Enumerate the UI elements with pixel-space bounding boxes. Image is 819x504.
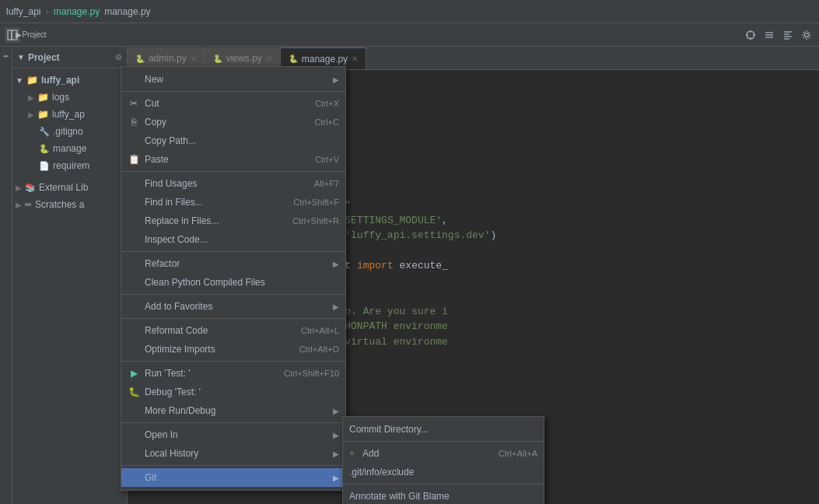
menu-shortcut: Alt+F7 (314, 179, 339, 188)
menu-item-copy[interactable]: ⎘ Copy Ctrl+C (121, 113, 345, 131)
sidebar-item-luffy-ap[interactable]: ▶ 📁 luffy_ap (12, 106, 127, 123)
folder-icon: 📁 (26, 75, 38, 86)
menu-item-replace-in-files[interactable]: Replace in Files... Ctrl+Shift+R (121, 212, 345, 230)
toolbar: ▶ Project (0, 23, 819, 47)
menu-item-cut[interactable]: ✂ Cut Ctrl+X (121, 94, 345, 113)
menu-item-git[interactable]: Git ▶ (121, 468, 345, 487)
menu-item-label: Add to Favorites (145, 301, 212, 312)
menu-item-add-to-favorites[interactable]: Add to Favorites ▶ (121, 297, 345, 316)
expand-icon (782, 30, 793, 40)
tab-close-button[interactable]: ✕ (266, 54, 272, 63)
submenu-arrow-icon: ▶ (333, 260, 339, 268)
menu-item-local-history[interactable]: Local History ▶ (121, 444, 345, 463)
sidebar-title: Project (28, 52, 60, 63)
version-control-strip[interactable]: ⬆ (2, 50, 10, 62)
sidebar-item-label: luffy_ap (52, 109, 85, 120)
menu-item-new[interactable]: New ▶ (121, 70, 345, 89)
menu-item-label: Reformat Code (145, 325, 208, 336)
tab-label: admin.py (149, 53, 187, 64)
menu-separator (121, 171, 345, 172)
file-icon: 📄 (39, 161, 50, 171)
menu-item-debug[interactable]: 🐛 Debug 'Test: ' (121, 383, 345, 401)
title-separator: › (45, 5, 48, 17)
sidebar-item-label: requirem (53, 160, 89, 171)
menu-shortcut: Ctrl+X (315, 99, 339, 108)
menu-shortcut: Ctrl+Alt+O (299, 345, 339, 354)
menu-item-label: Paste (145, 154, 169, 165)
menu-item-label: Open In (145, 429, 178, 440)
menu-separator (121, 361, 345, 362)
sidebar-item-label: logs (52, 92, 69, 103)
menu-separator (121, 465, 345, 466)
arrow-icon: ▶ (16, 184, 22, 192)
tab-close-button[interactable]: ✕ (191, 54, 197, 63)
python-tab-icon: 🐍 (213, 54, 222, 63)
folder-icon: 📁 (37, 92, 49, 103)
git-menu-git-info-exclude[interactable]: .git/info/exclude (343, 463, 544, 481)
sidebar-item-requirements[interactable]: 📄 requirem (12, 157, 127, 174)
context-menu: New ▶ ✂ Cut Ctrl+X ⎘ Copy Ctrl+C Copy Pa… (121, 66, 346, 491)
sidebar-item-label: External Lib (39, 182, 88, 193)
menu-item-label: More Run/Debug (145, 405, 215, 416)
menu-separator (121, 91, 345, 92)
menu-item-paste[interactable]: 📋 Paste Ctrl+V (121, 150, 345, 169)
menu-item-find-in-files[interactable]: Find in Files... Ctrl+Shift+F (121, 193, 345, 212)
menu-item-open-in[interactable]: Open In ▶ (121, 425, 345, 444)
tab-close-button[interactable]: ✕ (352, 54, 358, 63)
sidebar-header: ▼ Project ⚙ (12, 47, 127, 68)
submenu-arrow-icon: ▶ (333, 75, 339, 84)
menu-separator (121, 251, 345, 252)
ext-lib-icon: 📚 (25, 183, 36, 193)
locate-button[interactable] (743, 27, 758, 43)
menu-shortcut: Ctrl+Shift+F10 (284, 369, 339, 378)
arrow-icon: ▼ (16, 76, 23, 85)
project-button[interactable]: ▶ Project (23, 27, 39, 43)
menu-item-label: Cut (145, 98, 159, 109)
svg-rect-0 (8, 30, 12, 40)
sidebar-item-manage[interactable]: 🐍 manage (12, 140, 127, 157)
file-name: manage.py (54, 6, 100, 17)
sidebar-item-luffy-api[interactable]: ▼ 📁 luffy_api (12, 72, 127, 89)
menu-item-more-run-debug[interactable]: More Run/Debug ▶ (121, 401, 345, 420)
menu-separator (121, 294, 345, 295)
svg-point-14 (805, 33, 809, 37)
menu-item-inspect-code[interactable]: Inspect Code... (121, 230, 345, 249)
git-menu-annotate[interactable]: Annotate with Git Blame (343, 487, 544, 504)
menu-item-refactor[interactable]: Refactor ▶ (121, 254, 345, 273)
menu-separator (121, 318, 345, 319)
menu-item-label: Inspect Code... (145, 234, 208, 245)
left-strip: ⬆ (0, 47, 12, 504)
collapse-all-button[interactable] (761, 27, 777, 43)
project-icon: ▶ (16, 30, 22, 39)
arrow-icon: ▶ (28, 93, 34, 102)
sidebar-item-external-libs[interactable]: ▶ 📚 External Lib (12, 179, 127, 196)
menu-item-reformat-code[interactable]: Reformat Code Ctrl+Alt+L (121, 321, 345, 340)
menu-item-clean-compiled[interactable]: Clean Python Compiled Files (121, 273, 345, 292)
sidebar-item-gitignore[interactable]: 🔧 .gitigno (12, 123, 127, 140)
sidebar-item-logs[interactable]: ▶ 📁 logs (12, 89, 127, 106)
submenu-arrow-icon: ▶ (333, 303, 339, 311)
menu-item-copy-path[interactable]: Copy Path... (121, 131, 345, 150)
menu-item-run[interactable]: ▶ Run 'Test: ' Ctrl+Shift+F10 (121, 364, 345, 383)
git-menu-item-label: .git/info/exclude (349, 467, 414, 478)
submenu-arrow-icon: ▶ (333, 474, 339, 482)
git-menu-add[interactable]: + Add Ctrl+Alt+A (343, 444, 544, 463)
expand-all-button[interactable] (780, 27, 796, 43)
arrow-icon: ▶ (28, 110, 34, 119)
git-menu-commit-directory[interactable]: Commit Directory... (343, 420, 544, 439)
add-icon: + (349, 448, 355, 459)
file-name-text: manage.py (104, 6, 150, 17)
project-view-settings-icon[interactable]: ⚙ (115, 53, 122, 61)
sidebar-item-scratches[interactable]: ▶ ✏ Scratches a (12, 196, 127, 213)
sidebar-item-label: luffy_api (41, 75, 79, 86)
locate-icon (745, 30, 756, 40)
menu-item-optimize-imports[interactable]: Optimize Imports Ctrl+Alt+O (121, 340, 345, 359)
menu-item-find-usages[interactable]: Find Usages Alt+F7 (121, 174, 345, 193)
menu-item-label: Find in Files... (145, 197, 203, 208)
tab-label: manage.py (302, 54, 348, 65)
title-bar: luffy_api › manage.py manage.py (0, 0, 819, 23)
git-menu-item-label: Commit Directory... (349, 424, 429, 435)
settings-button[interactable] (799, 27, 814, 43)
gear-icon (801, 30, 812, 40)
python-file-icon: 🐍 (39, 144, 50, 154)
